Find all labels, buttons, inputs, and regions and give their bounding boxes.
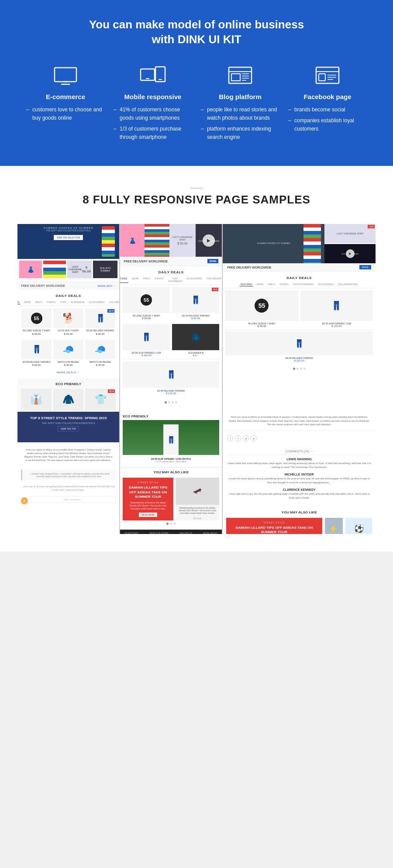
tab2-jeans[interactable]: JEANS	[130, 277, 140, 283]
slide-dive-3: ▶ DIVE INTO SUMMER	[324, 244, 376, 263]
card-2: 🛹 Skateboarding announces the adidas Dor…	[176, 478, 219, 520]
product-name-5: WATCH CAP BEANIE	[53, 361, 83, 364]
eco-section-1: ECO FRIENDLY 👔 CLASSIC REGULAR SHORT SLE…	[17, 379, 119, 412]
badge-sale-2: -30%	[212, 288, 219, 291]
blog-subtext: ...ime to go, for the pool was getting q…	[17, 482, 119, 494]
product-item-6: 🧢 WATCH CAP BEANIE $ 30.00	[85, 340, 115, 367]
blog-text: Amet cum natrue et efficitur at sit incr…	[17, 442, 119, 468]
more-info-link[interactable]: MORE INFO →	[97, 285, 116, 287]
dot-2b	[168, 401, 170, 403]
blog-subtitle: THE SOFT SUN COLLECTION ESSENTIALS	[22, 422, 115, 424]
play-btn-3[interactable]: ▶	[346, 249, 355, 258]
tab-tops[interactable]: TOPS	[59, 300, 68, 304]
thumb-1: 👗	[19, 261, 42, 278]
free-delivery-text-2: FREE DELIVERY WORLDWIDE	[124, 260, 168, 263]
card-wide-1: STREET STYLE DAMIAN LILLARD TIPS OFF ADI…	[226, 518, 322, 534]
feature-facebook-title: Facebook page	[288, 93, 367, 100]
slide-women: 👗	[120, 224, 145, 257]
tab2-shorts[interactable]: SHORTS	[153, 277, 165, 283]
tab2-accessories[interactable]: ACCESSORIES	[185, 277, 203, 283]
feature-ecommerce-title: E-commerce	[26, 93, 105, 100]
play-button[interactable]: ▶	[203, 234, 215, 247]
hero-slide-text: SUMMER SHADES OF SUMMER	[255, 239, 293, 248]
footer-follow-us: FOLLOW US	[179, 532, 192, 534]
tab2-collaborations[interactable]: COLLABORATIONS	[205, 277, 222, 283]
mock-ecommerce-2: 👗 LIGHT GABARDINE SHIRT $ 50.00 ▶ DIVE I…	[120, 224, 222, 412]
mock-blog-col-3: Amet cum natrue et efficitur at sit incr…	[223, 412, 376, 534]
tab-featured[interactable]: FEATURED	[17, 300, 21, 304]
product-item-5: 🧢 WATCH CAP BEANIE $ 30.00	[53, 340, 83, 367]
tab2-pants[interactable]: PANTS	[142, 277, 152, 283]
tab2-featured[interactable]: FEATURED	[120, 277, 128, 283]
gab-label-3: LIGHT GABARDINE SHIRT	[337, 232, 364, 235]
screenshots-container: SUMMER SHADES OF SUMMER THE SOFT SUN COL…	[17, 224, 376, 534]
feature-facebook-list: brands become social companies establish…	[288, 106, 367, 134]
feature-facebook: Facebook page brands become social compa…	[288, 65, 367, 145]
ed55-pants-icon: 👖	[166, 370, 176, 379]
hoodie-icon: 🧥	[62, 394, 74, 405]
google-share-icon[interactable]: g	[243, 435, 249, 441]
pinterest-share-icon[interactable]: p	[251, 435, 257, 441]
eco-tall: ECO FRIENDLY 👖 ED 85 SLIM TAPERED / LOW …	[120, 412, 222, 467]
comments-section: COMMENTS (24) → LEWIS MANNING I have lov…	[223, 446, 376, 507]
blog-quote: ...I couldn't have dropped them; I remem…	[21, 470, 116, 480]
more-deals-link[interactable]: MORE DEALS →	[19, 369, 117, 376]
tab3-collaborations[interactable]: COLLABORATIONS	[337, 282, 359, 286]
free-delivery-bar: FREE DELIVERY WORLDWIDE MORE INFO →	[17, 282, 119, 289]
tab3-jeans[interactable]: JEANS	[255, 282, 265, 286]
feature-ecommerce: E-commerce customers love to choose and …	[26, 65, 105, 145]
comments-title[interactable]: COMMENTS (24) →	[226, 450, 372, 455]
dot-3a	[293, 368, 295, 370]
eco-products-row: 👔 CLASSIC REGULAR SHORT SLEEVE SHIRT $ 2…	[21, 389, 116, 412]
monitor-icon	[50, 65, 81, 86]
you-may-like-title-wide: YOU MAY ALSO LIKE	[226, 510, 372, 514]
tab-outerwear[interactable]: OUTERWEAR	[69, 300, 86, 304]
dot-4c	[173, 523, 176, 525]
tab-pants[interactable]: PANTS	[34, 300, 44, 304]
mock-blog-col-2: ECO FRIENDLY 👖 ED 85 SLIM TAPERED / LOW …	[120, 412, 222, 534]
tab-jeans[interactable]: JEANS	[22, 300, 32, 304]
card-btn-1[interactable]: READ MORE	[139, 513, 158, 517]
facebook-share-icon[interactable]: f	[227, 435, 233, 441]
tab3-accessories[interactable]: ACCESSORIES	[317, 282, 335, 286]
ed55-img: 👖	[123, 362, 219, 388]
tab3-pants[interactable]: PANTS	[266, 282, 276, 286]
card-2-date: 25 June.	[176, 516, 219, 520]
more-btn[interactable]: MORE	[207, 259, 218, 263]
view-selection-btn[interactable]: VIEW THE SELECTION	[54, 235, 83, 240]
product-wide-img-1: 55	[225, 290, 298, 321]
ed55-wide-icon: 👖	[294, 339, 304, 348]
card-wide-2-icon: ⚡	[329, 524, 338, 534]
daily-deals-title: DAILY DEALS	[19, 292, 117, 299]
mock-blog-2: ECO FRIENDLY 👖 ED 85 SLIM TAPERED / LOW …	[120, 412, 222, 534]
svg-rect-9	[231, 74, 240, 81]
tab2-tops-outerwear[interactable]: TOPS OUTERWEAR	[167, 277, 183, 283]
eco-img-2: 🧥	[53, 389, 84, 410]
product-t2-price: $ 50.00	[123, 317, 170, 320]
card-label-1: STREET STYLE	[126, 481, 170, 484]
tab3-tops-outerwear[interactable]: TOPS OUTERWEAR	[292, 282, 315, 286]
daily-deals-section: DAILY DEALS FEATURED JEANS PANTS SHORTS …	[17, 289, 119, 379]
tab-accessories[interactable]: ACCESSORIES	[88, 300, 106, 304]
pants-icon-2: 👖	[32, 344, 41, 354]
more-btn-3[interactable]: MORE	[359, 265, 371, 269]
product-img-1: 55	[21, 308, 52, 328]
twitter-share-icon[interactable]: t	[235, 435, 241, 441]
card-wide-3-img: ⚽	[345, 518, 372, 534]
product-slim: 👖 ED 85 SLIM TAPERED / LOW $ 120.00	[123, 324, 170, 357]
mock-ecommerce-1: SUMMER SHADES OF SUMMER THE SOFT SUN COL…	[17, 224, 119, 412]
blog-article-text: Amet cum natrue et efficitur at sit incr…	[21, 446, 116, 464]
eco-title-1: ECO FRIENDLY	[21, 382, 116, 386]
deals-tabs-2: FEATURED JEANS PANTS SHORTS TOPS OUTERWE…	[122, 276, 220, 285]
tab-shorts[interactable]: SHORTS	[45, 300, 57, 304]
eco-product-3: NEW 👕 CLASSIC SLIM T-SHIRT $ 120.00	[85, 389, 116, 412]
blog-hero: TOP 8 STREET STYLE TRENDS: SPRING 2015 T…	[17, 412, 119, 442]
tab-collaborations[interactable]: COLLABORATIONS	[108, 300, 119, 304]
comment-author-1: LEWIS MANNING	[226, 458, 372, 461]
tab3-shorts[interactable]: SHORTS	[278, 282, 290, 286]
tab3-featured[interactable]: FEATURED	[239, 282, 254, 286]
comment-input[interactable]: Your comment...	[30, 496, 116, 503]
product-img-p2: -30% 👖	[172, 287, 219, 313]
view-top-btn[interactable]: VIEW THE TOP	[58, 426, 79, 431]
product-wide-price-2: $ 120.00	[300, 325, 373, 327]
